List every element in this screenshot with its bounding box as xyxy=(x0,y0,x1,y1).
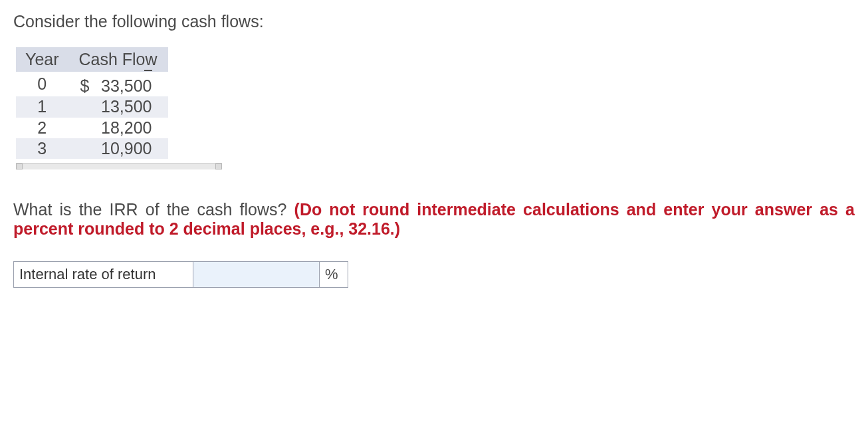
amount-cell: 18,200 xyxy=(68,118,168,138)
table-row: 0 $ 33,500 xyxy=(16,72,168,96)
answer-label: Internal rate of return xyxy=(14,262,193,287)
scroll-left-icon[interactable] xyxy=(16,164,23,169)
year-cell: 1 xyxy=(16,96,68,117)
minus-icon xyxy=(144,70,152,71)
answer-unit: % xyxy=(320,262,348,287)
question-text: What is the IRR of the cash flows? (Do n… xyxy=(13,200,855,239)
amount-value: 33,500 xyxy=(101,76,152,95)
cash-flow-table: Year Cash Flow 0 $ 33,500 1 13,500 2 18,… xyxy=(16,47,168,159)
irr-input[interactable] xyxy=(193,262,320,287)
intro-text: Consider the following cash flows: xyxy=(13,12,855,31)
amount-value: 13,500 xyxy=(101,97,152,116)
amount-cell: 13,500 xyxy=(68,96,168,117)
table-row: 1 13,500 xyxy=(16,96,168,117)
horizontal-scrollbar[interactable] xyxy=(16,163,222,169)
year-cell: 2 xyxy=(16,118,68,138)
question-prompt: What is the IRR of the cash flows? xyxy=(13,200,294,219)
table-row: 2 18,200 xyxy=(16,118,168,138)
column-header-year: Year xyxy=(16,47,68,72)
amount-cell: $ 33,500 xyxy=(68,72,168,96)
year-cell: 0 xyxy=(16,72,68,96)
amount-value: 10,900 xyxy=(101,139,152,158)
amount-value: 18,200 xyxy=(101,118,152,137)
table-row: 3 10,900 xyxy=(16,138,168,159)
scroll-right-icon[interactable] xyxy=(215,164,222,169)
currency-symbol: $ xyxy=(80,76,90,96)
year-cell: 3 xyxy=(16,138,68,159)
amount-cell: 10,900 xyxy=(68,138,168,159)
answer-container: Internal rate of return % xyxy=(13,261,348,288)
column-header-cashflow: Cash Flow xyxy=(68,47,168,72)
